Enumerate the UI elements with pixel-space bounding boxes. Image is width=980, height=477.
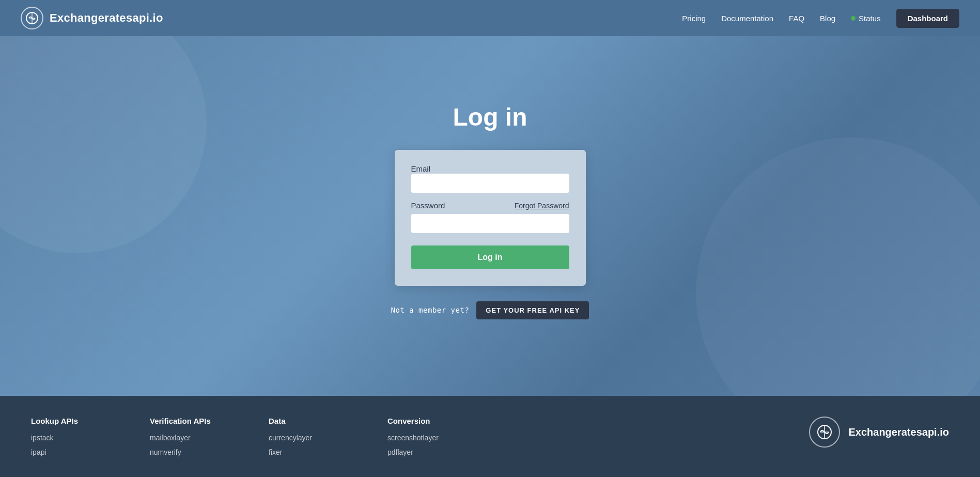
logo-icon bbox=[21, 7, 43, 29]
footer-link-pdflayer[interactable]: pdflayer bbox=[387, 448, 465, 456]
footer-brand: Exchangeratesapi.io bbox=[809, 417, 949, 448]
get-api-key-button[interactable]: GET YOUR FREE API KEY bbox=[476, 301, 589, 319]
logo-area[interactable]: Exchangeratesapi.io bbox=[21, 7, 163, 29]
email-group: Email bbox=[411, 164, 569, 193]
status-dot-icon bbox=[851, 16, 855, 21]
not-member-text: Not a member yet? bbox=[391, 306, 470, 314]
footer-brand-name: Exchangeratesapi.io bbox=[848, 426, 949, 438]
dashboard-button[interactable]: Dashboard bbox=[896, 9, 959, 28]
nav-pricing[interactable]: Pricing bbox=[682, 14, 706, 23]
nav-documentation[interactable]: Documentation bbox=[721, 14, 773, 23]
header: Exchangeratesapi.io Pricing Documentatio… bbox=[0, 0, 980, 36]
password-input[interactable] bbox=[411, 214, 569, 233]
footer-col-lookup-title: Lookup APIs bbox=[31, 417, 108, 425]
email-label: Email bbox=[411, 164, 431, 173]
status-label: Status bbox=[859, 14, 881, 23]
footer-col-data-title: Data bbox=[269, 417, 346, 425]
footer-logo-icon bbox=[809, 417, 840, 448]
email-input[interactable] bbox=[411, 174, 569, 193]
footer-col-conversion: Conversion screenshotlayer pdflayer bbox=[387, 417, 465, 456]
forgot-password-link[interactable]: Forgot Password bbox=[515, 202, 569, 210]
nav-faq[interactable]: FAQ bbox=[789, 14, 804, 23]
footer-col-lookup: Lookup APIs ipstack ipapi bbox=[31, 417, 108, 456]
footer-link-currencylayer[interactable]: currencylayer bbox=[269, 434, 346, 442]
nav-blog[interactable]: Blog bbox=[820, 14, 835, 23]
login-card: Email Password Forgot Password Log in bbox=[395, 150, 586, 286]
footer: Lookup APIs ipstack ipapi Verification A… bbox=[0, 396, 980, 477]
footer-link-ipstack[interactable]: ipstack bbox=[31, 434, 108, 442]
footer-link-mailboxlayer[interactable]: mailboxlayer bbox=[150, 434, 227, 442]
nav: Pricing Documentation FAQ Blog Status Da… bbox=[682, 9, 959, 28]
member-section: Not a member yet? GET YOUR FREE API KEY bbox=[391, 301, 589, 319]
password-row: Password Forgot Password bbox=[411, 201, 569, 210]
nav-status[interactable]: Status bbox=[851, 14, 881, 23]
password-label: Password bbox=[411, 201, 445, 210]
footer-link-fixer[interactable]: fixer bbox=[269, 448, 346, 456]
page-title: Log in bbox=[453, 103, 527, 131]
footer-link-screenshotlayer[interactable]: screenshotlayer bbox=[387, 434, 465, 442]
main-content: Log in Email Password Forgot Password Lo… bbox=[0, 36, 980, 396]
password-group: Password Forgot Password bbox=[411, 201, 569, 233]
login-button[interactable]: Log in bbox=[411, 245, 569, 269]
footer-col-verification: Verification APIs mailboxlayer numverify bbox=[150, 417, 227, 456]
footer-col-data: Data currencylayer fixer bbox=[269, 417, 346, 456]
footer-col-conversion-title: Conversion bbox=[387, 417, 465, 425]
logo-text: Exchangeratesapi.io bbox=[50, 11, 163, 25]
footer-col-verification-title: Verification APIs bbox=[150, 417, 227, 425]
footer-link-numverify[interactable]: numverify bbox=[150, 448, 227, 456]
footer-content: Lookup APIs ipstack ipapi Verification A… bbox=[31, 417, 949, 456]
footer-link-ipapi[interactable]: ipapi bbox=[31, 448, 108, 456]
